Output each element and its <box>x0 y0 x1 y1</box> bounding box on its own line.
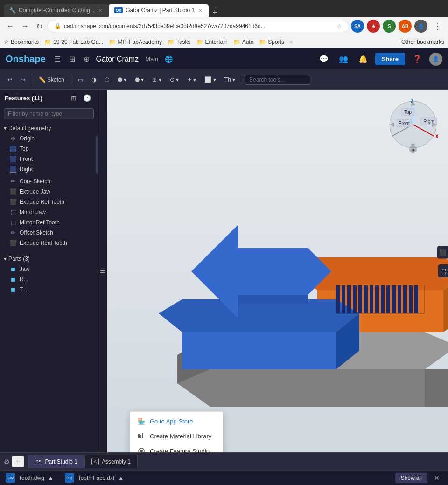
bookmark-fabacademy[interactable]: 📁 MIT FabAcademy <box>109 39 161 45</box>
globe-icon[interactable]: 🌐 <box>163 54 175 65</box>
tree-item-origin[interactable]: ⊕ Origin <box>0 133 98 144</box>
fablab-label: 19-20 Fab Lab Ga... <box>53 39 103 45</box>
collab-icon[interactable]: 👥 <box>336 53 351 65</box>
add-item-icon[interactable]: ⊕ <box>82 53 91 65</box>
svg-text:Top: Top <box>404 110 412 115</box>
back-button[interactable]: ← <box>4 20 17 32</box>
bookmark-fablab[interactable]: 📁 19-20 Fab Lab Ga... <box>44 39 103 45</box>
tree-item-front[interactable]: Front <box>0 154 98 164</box>
assembly-tab-icon: A <box>91 458 99 465</box>
right-panel-toggle[interactable]: ⬚ <box>438 264 448 277</box>
sidebar-collapse-button[interactable]: ☰ <box>98 90 107 452</box>
refresh-button[interactable]: ↻ <box>34 20 45 33</box>
chat-icon[interactable]: 💬 <box>316 53 331 65</box>
sidebar-add-icon[interactable]: ⊞ <box>69 93 78 103</box>
tab-assembly-1[interactable]: A Assembly 1 <box>84 455 138 468</box>
tree-item-extrude-real-tooth[interactable]: ⬛ Extrude Real Tooth <box>0 238 98 248</box>
undo-button[interactable]: ↩ <box>4 75 16 85</box>
tree-item-offset-sketch[interactable]: ✏ Offset Sketch <box>0 228 98 238</box>
tool-10[interactable]: Th ▾ <box>221 75 239 85</box>
bookmark-bookmarks[interactable]: ☆ Bookmarks <box>4 39 39 45</box>
tool-3[interactable]: ⬡ <box>101 75 113 85</box>
extrude-jaw-label: Extrude Jaw <box>20 188 94 195</box>
show-all-button[interactable]: Show all <box>395 473 427 483</box>
parts-expand-icon: ▾ <box>4 256 7 262</box>
tool-1[interactable]: ▭ <box>74 75 87 85</box>
browser-tab-1[interactable]: 🔧 Computer-Controlled Cutting... ✕ <box>4 4 109 17</box>
tree-item-core-sketch[interactable]: ✏ Core Sketch <box>0 176 98 187</box>
hamburger-menu-icon[interactable]: ☰ <box>52 53 63 65</box>
user-avatar[interactable]: 👤 <box>429 53 442 66</box>
menu-item-create-feature-studio[interactable]: Create Feature Studio <box>130 443 223 452</box>
tool-8[interactable]: ✦ ▾ <box>183 75 200 85</box>
tab-settings-icon[interactable]: ⚙ <box>4 458 10 465</box>
tree-item-tooth[interactable]: ◼ T... <box>0 284 98 295</box>
view-gizmo[interactable]: Z X Right Top Front ◉ <box>387 99 439 155</box>
svg-rect-17 <box>358 285 362 313</box>
tree-item-top[interactable]: Top <box>0 144 98 154</box>
tree-item-extrude-jaw[interactable]: ⬛ Extrude Jaw <box>0 187 98 197</box>
main-area: Features (11) ⊞ 🕐 ▾ Default geometry ⊕ O… <box>0 90 448 452</box>
grid-view-icon[interactable]: ⊞ <box>67 53 77 65</box>
default-geometry-header[interactable]: ▾ Default geometry <box>0 123 98 133</box>
folder-icon-5: 📁 <box>233 39 240 45</box>
other-bookmarks[interactable]: Other bookmarks <box>401 39 444 45</box>
file1-icon: DW <box>6 473 15 483</box>
address-bar[interactable]: 🔒 cad.onshape.com/documents/2d7543de39ef… <box>47 21 349 32</box>
sketch-button[interactable]: ✏️ Sketch <box>35 75 68 85</box>
menu-item-go-to-app-store[interactable]: 🏪 Go to App Store <box>130 414 223 429</box>
other-bookmarks-label: Other bookmarks <box>401 39 444 45</box>
sketch-icon: ✏️ <box>39 76 46 83</box>
viewport[interactable]: Z X Right Top Front ◉ <box>107 90 448 452</box>
status-file-1: DW Tooth.dwg ▲ <box>6 473 54 483</box>
tree-item-jaw[interactable]: ◼ Jaw <box>0 264 98 274</box>
forward-button[interactable]: → <box>19 20 32 32</box>
status-bar-close-button[interactable]: ✕ <box>431 473 442 483</box>
tree-item-ref-tooth[interactable]: ◼ R... <box>0 274 98 284</box>
ref-tooth-part-icon: ◼ <box>9 276 17 283</box>
notification-icon[interactable]: 🔔 <box>356 53 371 65</box>
nav-bar: ← → ↻ 🔒 cad.onshape.com/documents/2d7543… <box>0 17 448 35</box>
filter-input[interactable] <box>4 108 94 119</box>
help-icon[interactable]: ❓ <box>410 53 425 65</box>
tab-part-studio-1[interactable]: PS Part Studio 1 <box>28 455 84 468</box>
tree-item-mirror-ref-tooth[interactable]: ⬚ Mirror Ref Tooth <box>0 217 98 228</box>
tool-6[interactable]: ⊞ ▾ <box>148 75 165 85</box>
tab1-close[interactable]: ✕ <box>98 8 103 13</box>
browser-tab-2[interactable]: On Gator Cramz | Part Studio 1 ✕ <box>109 4 209 17</box>
bookmark-star-icon[interactable]: ☆ <box>336 23 342 30</box>
add-tab-button[interactable]: + <box>12 456 24 467</box>
more-bookmarks-button[interactable]: » <box>290 39 293 45</box>
tab2-close[interactable]: ✕ <box>197 8 203 13</box>
tool-4[interactable]: ⬢ ▾ <box>114 75 130 85</box>
svg-rect-24 <box>398 285 401 313</box>
bookmark-sports[interactable]: 📁 Sports <box>259 39 284 45</box>
file1-arrow[interactable]: ▲ <box>48 475 54 481</box>
tool-9[interactable]: ⬜ ▾ <box>201 75 219 85</box>
more-options-button[interactable]: ⋮ <box>430 19 444 33</box>
tool-2[interactable]: ◑ <box>88 75 100 85</box>
svg-rect-23 <box>392 285 396 313</box>
bookmark-entertain[interactable]: 📁 Entertain <box>196 39 228 45</box>
origin-label: Origin <box>20 135 94 142</box>
sidebar-scrollbar[interactable] <box>96 136 98 173</box>
tree-item-extrude-ref-tooth[interactable]: ⬛ Extrude Ref Tooth <box>0 197 98 207</box>
menu-item-create-material-library[interactable]: Create Material Library <box>130 429 223 443</box>
default-geometry-section: ▾ Default geometry ⊕ Origin Top Front Ri… <box>0 121 98 176</box>
search-tools-input[interactable] <box>245 75 310 85</box>
redo-button[interactable]: ↪ <box>17 75 29 85</box>
sidebar-clock-icon[interactable]: 🕐 <box>81 93 93 103</box>
new-tab-button[interactable]: + <box>209 8 221 17</box>
parts-header[interactable]: ▾ Parts (3) <box>0 254 98 264</box>
file2-arrow[interactable]: ▲ <box>118 475 124 481</box>
tree-item-mirror-jaw[interactable]: ⬚ Mirror Jaw <box>0 207 98 217</box>
tree-item-right[interactable]: Right <box>0 164 98 174</box>
part-studio-tab-label: Part Studio 1 <box>45 458 77 465</box>
bookmark-bar: ☆ Bookmarks 📁 19-20 Fab Lab Ga... 📁 MIT … <box>0 35 448 48</box>
viewport-menu-button[interactable]: ⬛ <box>437 246 448 259</box>
tool-7[interactable]: ⊙ ▾ <box>166 75 182 85</box>
bookmark-tasks[interactable]: 📁 Tasks <box>168 39 191 45</box>
share-button[interactable]: Share <box>375 53 405 65</box>
tool-5[interactable]: ⬣ ▾ <box>131 75 147 85</box>
bookmark-auto[interactable]: 📁 Auto <box>233 39 254 45</box>
